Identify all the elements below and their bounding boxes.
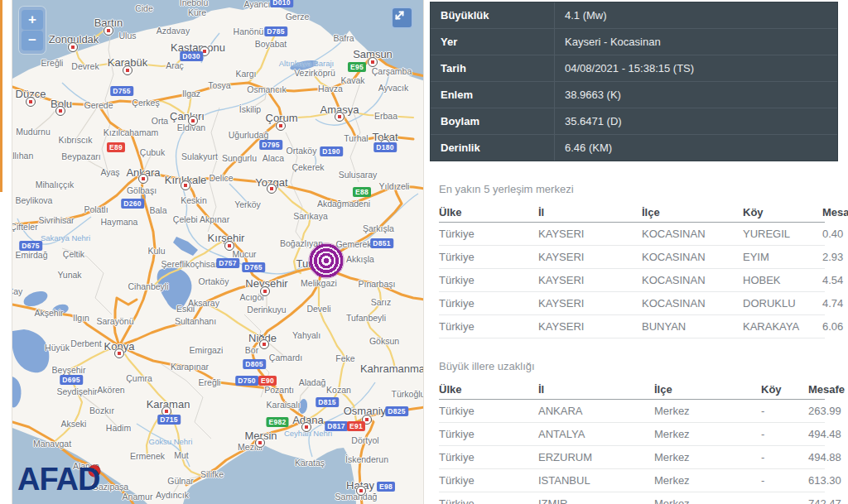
table-cell: Türkiye [439,297,538,310]
afad-logo: AFAD [17,462,99,497]
map-city-label: Alaca [263,153,284,163]
table-cell: 263.99 [808,405,841,417]
map-city-label: Mut [174,450,189,460]
city-marker [224,241,234,251]
road-shield: D755 [110,86,133,96]
table-cell: 0.40 [822,228,843,240]
map-city-label: Emirdağ [15,250,47,260]
info-row: Boylam35.6471 (D) [431,108,837,135]
road-shield: E95 [348,62,366,72]
table-cell: YUREGIL [743,228,822,240]
map-city-label: Melikgazi [301,278,337,288]
map-city-label: Sultanhanı [175,316,216,326]
map-city-label: Hanönü [234,26,264,36]
city-marker [335,112,344,122]
info-value: Kayseri - Kocasinan [555,29,837,55]
table-cell: 6.06 [822,320,843,333]
map-city-label: Ilgın [73,313,89,323]
map-city-label: Sungurlu [222,153,257,163]
map-city-label: Sarız [371,297,392,307]
city-marker [55,106,65,116]
table-row: TürkiyeKAYSERIKOCASINANEYIM2.93 [439,246,825,269]
info-row: YerKayseri - Kocasinan [431,29,837,55]
map-city-label: Akseki [61,419,87,429]
table-row: TürkiyeERZURUMMerkez-494.88 [439,446,825,469]
table-cell: Türkiye [439,228,538,240]
map-city-label: Sivrihisar [38,215,74,225]
zoom-out-button[interactable]: − [22,31,43,50]
table-cell: Merkez [654,497,761,504]
info-label: Derinlik [431,135,555,161]
map-city-label: Mudurnu [16,127,50,137]
city-marker [104,26,113,36]
road-shield: D785 [264,26,287,36]
road-shield: E89 [107,142,125,152]
map-city-label: Kargı [235,69,256,79]
map-city-label: Anamur [123,492,153,502]
city-marker [260,286,270,296]
table-cell: Merkez [654,405,761,417]
map-city-label: Çamardı [269,353,302,362]
map-city-label: Göksun [369,336,399,346]
table-row: TürkiyeIZMIRMerkez-742.47 [439,492,825,504]
column-header: Ülke [439,383,538,396]
accent-strip [0,0,2,192]
map-city-label: Akdağmadeni [317,199,370,209]
table-cell: - [761,451,808,463]
table-cell: ANKARA [538,405,654,417]
road-shield: D715 [157,415,181,425]
info-row: Enlem38.9663 (K) [431,82,837,108]
map-city-label: Uğurludağ [229,130,268,140]
map-city-label: Ayaş [100,167,119,177]
table-cell: KOCASINAN [642,274,743,286]
table-cell: BUNYAN [642,320,743,333]
map-city-label: Gerze [286,12,310,22]
table-row: TürkiyeKAYSERIKOCASINANDORUKLU4.74 [439,292,825,315]
road-shield: E90 [258,376,277,386]
map-city-label: Gülnar [167,476,194,486]
road-shield: D010 [270,0,293,7]
info-row: Derinlik6.46 (KM) [431,135,837,161]
table-cell: IZMIR [538,497,654,504]
map-city-label: Haymana [101,217,138,227]
table-cell: KAYSERI [538,320,642,333]
column-header: İlçe [642,206,743,218]
map-city-label: Beypazarı [61,151,100,161]
road-shield: D825 [385,406,408,416]
map-city-label: Erbaa [374,111,398,121]
map-city-label: Bafra [333,33,354,43]
table-cell: Türkiye [439,497,538,504]
road-shield: E982 [266,417,288,427]
map-canvas[interactable]: İneboluCideKüreBartınUlusAzdavayZongulda… [12,0,424,504]
map-city-label: Vezirköprü [294,68,335,78]
map-city-label: Ulus [118,31,136,41]
map-zoom-control: + − [19,7,46,54]
map-city-label: Nallıhan [12,151,33,161]
table-cell: Merkez [654,451,761,463]
road-shield: E98 [377,482,395,492]
map-city-label: Ortaköy [287,146,317,156]
map-city-label: Emirgazi [190,345,224,355]
map-city-label: Hadim [106,423,131,433]
map-city-label: Gemerek [335,239,371,249]
city-marker [138,174,148,184]
map-city-label: Tosya [208,80,230,90]
city-marker [368,57,378,67]
map-city-label: Feke [335,353,354,363]
road-shield: D851 [370,238,393,248]
map-city-label: Silifke [200,469,224,479]
map-city-label: Derbent [70,338,101,348]
fullscreen-button[interactable] [391,7,413,29]
zoom-in-button[interactable]: + [22,10,43,30]
map-city-label: Ermenek [130,451,165,461]
table-cell: - [761,474,808,487]
city-marker [356,486,366,496]
map-city-label: Keskin [181,195,207,205]
table-cell: - [761,497,808,504]
city-marker [181,180,190,190]
expand-arrows-icon [393,8,407,22]
map-city-label: Çekerek [292,162,324,172]
road-shield: D765 [242,262,265,272]
map-city-label: Aydıncık [156,490,189,500]
map-city-label: Kavak [340,75,364,85]
